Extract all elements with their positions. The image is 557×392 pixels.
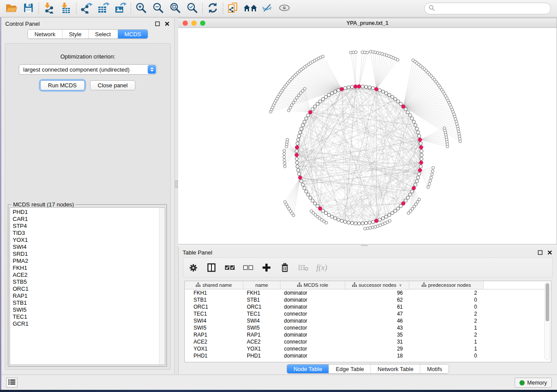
close-panel-button[interactable]: Close panel (90, 80, 136, 90)
float-window-icon[interactable] (154, 20, 161, 27)
import-table-button[interactable] (59, 2, 73, 16)
cell-shared_name[interactable]: PHD1 (185, 352, 243, 359)
select-all-icon[interactable] (225, 262, 235, 273)
mcds-result-node[interactable]: ACE2 (10, 272, 159, 279)
cell-predecessor_nodes[interactable]: 2 (409, 310, 484, 317)
cell-predecessor_nodes[interactable]: 2 (409, 289, 484, 296)
table-scrollbar[interactable] (544, 282, 550, 360)
cell-mcds_role[interactable]: dominator (280, 317, 345, 324)
zoom-out-button[interactable] (151, 2, 165, 16)
cell-predecessor_nodes[interactable]: 1 (409, 324, 484, 331)
search-field[interactable] (424, 3, 551, 14)
minimize-window-icon[interactable] (191, 21, 197, 26)
cell-shared_name[interactable]: FKH1 (185, 289, 243, 296)
settings-gear-icon[interactable] (188, 262, 198, 273)
cell-mcds_role[interactable]: dominator (280, 331, 345, 338)
cell-shared_name[interactable]: YOX1 (185, 345, 243, 352)
cell-shared_name[interactable]: ORC1 (185, 303, 243, 310)
mcds-result-node[interactable]: FKH1 (10, 265, 159, 272)
cell-mcds_role[interactable]: connector (280, 310, 345, 317)
cell-predecessor_nodes[interactable]: 1 (409, 345, 484, 352)
mcds-result-node[interactable]: ORC1 (10, 285, 159, 292)
table-row[interactable]: SWI5SWI5connector431 (185, 324, 551, 331)
mcds-result-node[interactable]: TEC1 (10, 313, 159, 320)
mcds-result-scrollbar[interactable] (159, 208, 165, 364)
show-all-button[interactable] (277, 2, 291, 16)
mcds-result-list[interactable]: PHD1CAR1STP4TID3YOX1SWI4SRD1PMA2FKH1ACE2… (10, 207, 165, 365)
column-header-successor-nodes[interactable]: successor nodes∨ (345, 281, 409, 289)
cell-name[interactable]: PHD1 (243, 352, 280, 359)
mcds-result-node[interactable]: STP4 (10, 223, 159, 230)
cell-mcds_role[interactable]: dominator (280, 289, 345, 296)
close-window-icon[interactable] (183, 21, 188, 26)
network-window-titlebar[interactable]: YPA_prune.txt_1 (178, 18, 557, 28)
network-canvas[interactable] (178, 28, 557, 244)
cell-mcds_role[interactable]: dominator (280, 352, 345, 359)
vertical-splitter-handle[interactable] (175, 180, 178, 188)
cell-shared_name[interactable]: ACE2 (185, 338, 243, 345)
hide-selected-button[interactable] (260, 2, 274, 16)
cell-successor_nodes[interactable]: 35 (345, 331, 409, 338)
column-header-shared-name[interactable]: shared name (185, 281, 243, 289)
table-row[interactable]: SWI4SWI4dominator462 (185, 317, 551, 324)
table-row[interactable]: TEC1TEC1connector472 (185, 310, 551, 317)
column-header-MCDS-role[interactable]: MCDS role (280, 281, 345, 289)
cell-mcds_role[interactable]: connector (280, 345, 345, 352)
cell-name[interactable]: YOX1 (243, 345, 280, 352)
tab-node-table[interactable]: Node Table (287, 364, 329, 373)
cell-name[interactable]: STB1 (243, 296, 280, 303)
run-mcds-button[interactable]: Run MCDS (40, 80, 85, 90)
cell-successor_nodes[interactable]: 29 (345, 345, 409, 352)
mcds-result-node[interactable]: STB5 (10, 279, 159, 285)
cell-successor_nodes[interactable]: 43 (345, 324, 409, 331)
cell-predecessor_nodes[interactable]: 2 (409, 331, 484, 338)
table-row[interactable]: ACE2ACE2connector311 (185, 338, 551, 345)
cell-name[interactable]: ACE2 (243, 338, 280, 345)
cell-name[interactable]: TEC1 (243, 310, 280, 317)
export-image-button[interactable] (114, 2, 128, 16)
cell-predecessor_nodes[interactable]: 0 (409, 296, 484, 303)
cell-successor_nodes[interactable]: 47 (345, 310, 409, 317)
first-neighbors-button[interactable] (243, 2, 257, 16)
cell-shared_name[interactable]: RAP1 (185, 331, 243, 338)
close-panel-icon[interactable] (163, 20, 170, 27)
column-header-name[interactable]: name (243, 281, 280, 289)
show-column-icon[interactable] (206, 262, 217, 273)
vertical-splitter[interactable] (175, 18, 178, 374)
export-table-button[interactable] (97, 2, 111, 16)
show-panels-button[interactable] (6, 378, 17, 388)
cell-mcds_role[interactable]: dominator (280, 296, 345, 303)
refresh-button[interactable] (206, 2, 220, 16)
tab-motifs[interactable]: Motifs (420, 364, 449, 373)
mcds-result-node[interactable]: SWI4 (10, 244, 159, 251)
table-row[interactable]: FKH1FKH1dominator962 (185, 289, 551, 296)
mcds-result-node[interactable]: STB1 (10, 299, 159, 306)
import-network-button[interactable] (42, 2, 56, 16)
mcds-result-node[interactable]: RAP1 (10, 292, 159, 299)
cell-successor_nodes[interactable]: 96 (345, 289, 409, 296)
mcds-result-node[interactable]: SWI5 (10, 306, 159, 313)
cell-predecessor_nodes[interactable]: 1 (409, 338, 484, 345)
cell-shared_name[interactable]: STB1 (185, 296, 243, 303)
table-scrollbar-thumb[interactable] (546, 283, 549, 321)
cell-successor_nodes[interactable]: 46 (345, 317, 409, 324)
deselect-all-icon[interactable] (243, 262, 253, 273)
table-row[interactable]: STB1STB1dominator620 (185, 296, 551, 303)
cell-name[interactable]: SWI4 (243, 317, 280, 324)
mcds-result-node[interactable]: PMA2 (10, 258, 159, 265)
cell-predecessor_nodes[interactable]: 2 (409, 317, 484, 324)
cell-name[interactable]: RAP1 (243, 331, 280, 338)
horizontal-splitter-handle[interactable] (361, 245, 368, 246)
cell-shared_name[interactable]: SWI4 (185, 317, 243, 324)
cell-mcds_role[interactable]: connector (280, 338, 345, 345)
criterion-select[interactable]: largest connected component (undirected) (19, 64, 157, 75)
tab-mcds[interactable]: MCDS (118, 30, 148, 38)
add-row-icon[interactable] (261, 262, 272, 273)
cell-shared_name[interactable]: TEC1 (185, 310, 243, 317)
mcds-result-node[interactable]: YOX1 (10, 237, 159, 244)
export-network-button[interactable] (80, 2, 93, 16)
tab-edge-table[interactable]: Edge Table (329, 364, 370, 373)
tab-network-table[interactable]: Network Table (370, 364, 420, 373)
cell-predecessor_nodes[interactable]: 0 (409, 303, 484, 310)
node-table[interactable]: shared namenameMCDS rolesuccessor nodes∨… (184, 281, 551, 362)
